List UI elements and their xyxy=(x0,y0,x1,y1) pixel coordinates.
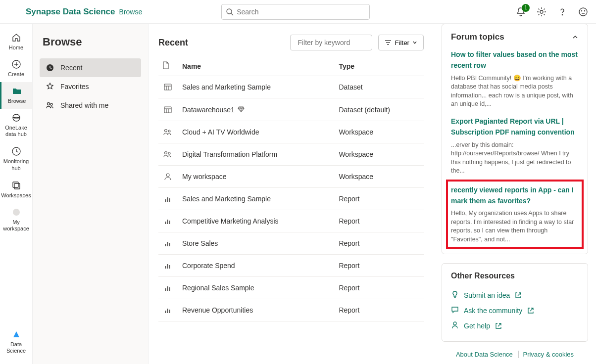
star-icon xyxy=(46,82,54,91)
row-type-icon xyxy=(162,284,173,292)
left-nav-rail: Home Create Browse OneLake data hub Moni… xyxy=(0,24,33,364)
forum-topic-title: recently viewed reports in App - can I m… xyxy=(451,184,579,207)
table-row[interactable]: Sales and Marketing SampleDataset xyxy=(158,76,424,98)
rail-item-home[interactable]: Home xyxy=(0,29,32,55)
table-row[interactable]: My workspaceWorkspace xyxy=(158,166,424,188)
face-icon xyxy=(578,7,588,17)
diamond-icon xyxy=(238,105,245,112)
svg-rect-13 xyxy=(14,183,20,189)
forum-topic[interactable]: recently viewed reports in App - can I m… xyxy=(449,182,581,246)
resource-link[interactable]: Ask the community xyxy=(451,303,579,318)
table-row[interactable]: Store SalesReport xyxy=(158,232,424,255)
resource-link[interactable]: Get help xyxy=(451,318,579,333)
col-type-header[interactable]: Type xyxy=(335,56,424,76)
help-icon xyxy=(557,7,567,17)
rail-item-onelake[interactable]: OneLake data hub xyxy=(0,109,32,142)
chevron-up-icon[interactable] xyxy=(572,34,579,41)
people-icon xyxy=(46,101,54,110)
side-item-shared[interactable]: Shared with me xyxy=(40,96,141,115)
row-name: Corporate Spend xyxy=(178,255,335,277)
rail-label: Browse xyxy=(8,98,26,104)
svg-rect-44 xyxy=(169,243,170,246)
svg-rect-51 xyxy=(165,311,166,313)
table-row[interactable]: Corporate SpendReport xyxy=(158,255,424,277)
filter-button-label: Filter xyxy=(395,39,409,46)
row-type-icon xyxy=(162,128,173,136)
rail-item-workspaces[interactable]: Workspaces xyxy=(0,177,32,203)
table-row[interactable]: Sales and Marketing SampleReport xyxy=(158,188,424,210)
svg-rect-12 xyxy=(13,182,18,187)
row-type: Report xyxy=(335,255,424,277)
rail-label: Home xyxy=(9,45,23,50)
filter-button[interactable]: Filter xyxy=(378,35,424,50)
row-name: Sales and Marketing Sample xyxy=(178,76,335,98)
rail-item-monitoring[interactable]: Monitoring hub xyxy=(0,142,32,176)
monitor-icon xyxy=(11,146,21,156)
svg-rect-46 xyxy=(167,264,168,269)
external-link-icon xyxy=(515,292,522,299)
rail-item-create[interactable]: Create xyxy=(0,55,32,82)
svg-point-35 xyxy=(166,174,169,177)
svg-rect-39 xyxy=(165,222,166,224)
rail-item-browse[interactable]: Browse xyxy=(0,82,32,109)
product-name[interactable]: Synapse Data Science xyxy=(26,7,115,17)
svg-point-6 xyxy=(584,10,585,11)
row-type: Report xyxy=(335,232,424,255)
rail-item-data-science[interactable]: Data Science xyxy=(0,325,32,359)
svg-rect-43 xyxy=(167,242,168,246)
search-icon xyxy=(226,8,234,16)
resource-label: Get help xyxy=(464,322,490,330)
forum-card: Forum topics How to filter values based … xyxy=(442,24,588,254)
recent-table: Name Type Sales and Marketing SampleData… xyxy=(158,56,424,321)
side-item-label: Recent xyxy=(60,64,82,72)
privacy-link[interactable]: Privacy & cookies xyxy=(518,351,578,358)
global-search[interactable] xyxy=(221,4,370,20)
side-item-favorites[interactable]: Favorites xyxy=(40,77,141,96)
about-link[interactable]: About Data Science xyxy=(452,351,517,358)
svg-rect-23 xyxy=(164,84,171,90)
filter-input[interactable] xyxy=(298,39,384,46)
forum-topic[interactable]: Export Pagianted Report via URL | Subscr… xyxy=(451,116,579,176)
svg-point-3 xyxy=(562,14,562,15)
table-row[interactable]: Datawarehouse1Dataset (default) xyxy=(158,98,424,121)
row-type: Workspace xyxy=(335,143,424,166)
folder-icon xyxy=(12,86,22,96)
svg-rect-53 xyxy=(169,310,170,313)
forum-topic-snippet: Hello PBI Community! 😀 I'm working with … xyxy=(451,74,579,109)
row-type: Report xyxy=(335,210,424,232)
row-type: Report xyxy=(335,188,424,210)
table-row[interactable]: Cloud + AI TV WorldwideWorkspace xyxy=(158,121,424,143)
filter-keyword[interactable] xyxy=(290,35,372,50)
resource-icon xyxy=(451,321,459,330)
svg-rect-37 xyxy=(167,197,168,202)
help-button[interactable] xyxy=(557,7,567,17)
svg-rect-41 xyxy=(169,221,170,224)
top-bar: Synapse Data Science Browse 1 xyxy=(0,0,596,24)
notifications-button[interactable]: 1 xyxy=(516,7,526,17)
search-input[interactable] xyxy=(234,8,365,16)
svg-point-5 xyxy=(581,10,582,11)
chevron-down-icon xyxy=(412,40,417,45)
row-name: Competitive Marketing Analysis xyxy=(178,210,335,232)
rail-item-my-workspace[interactable]: My workspace xyxy=(0,203,32,237)
row-type: Workspace xyxy=(335,121,424,143)
table-row[interactable]: Competitive Marketing AnalysisReport xyxy=(158,210,424,232)
data-science-icon xyxy=(11,329,21,339)
app-launcher-icon[interactable] xyxy=(8,7,18,17)
row-type-icon xyxy=(162,173,173,181)
feedback-button[interactable] xyxy=(578,7,588,17)
side-item-recent[interactable]: Recent xyxy=(40,58,141,77)
col-name-header[interactable]: Name xyxy=(178,56,335,76)
settings-button[interactable] xyxy=(537,7,546,17)
resource-link[interactable]: Submit an idea xyxy=(451,287,579,303)
table-row[interactable]: Digital Transformation PlatformWorkspace xyxy=(158,143,424,166)
table-row[interactable]: Regional Sales SampleReport xyxy=(158,277,424,299)
svg-line-1 xyxy=(231,13,233,15)
col-icon-header[interactable] xyxy=(158,56,178,76)
forum-topic[interactable]: How to filter values based on the most r… xyxy=(451,49,579,109)
svg-point-17 xyxy=(50,103,52,105)
row-type-icon xyxy=(162,106,173,114)
breadcrumb-section[interactable]: Browse xyxy=(119,8,142,16)
table-row[interactable]: Revenue OpportunitiesReport xyxy=(158,299,424,321)
svg-rect-45 xyxy=(165,266,166,269)
